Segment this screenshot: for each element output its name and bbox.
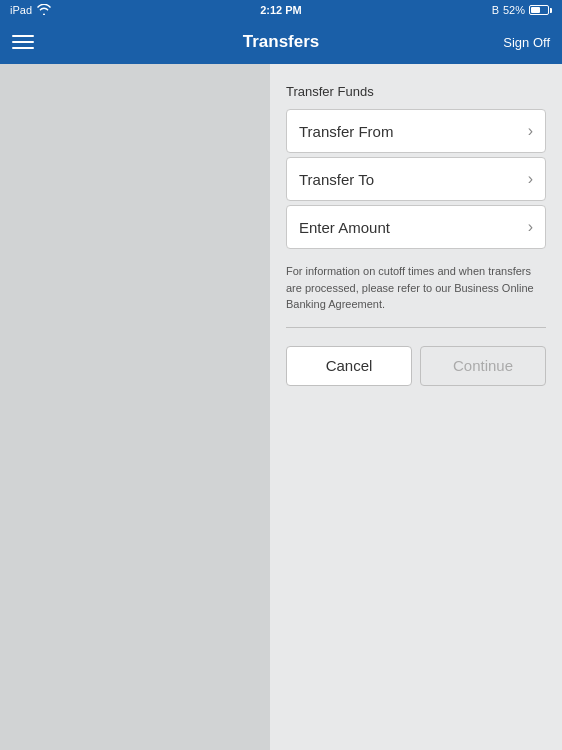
divider [286, 327, 546, 328]
info-text: For information on cutoff times and when… [286, 263, 546, 313]
right-panel: Transfer Funds Transfer From › Transfer … [270, 64, 562, 750]
sign-off-button[interactable]: Sign Off [503, 35, 550, 50]
enter-amount-chevron-icon: › [528, 218, 533, 236]
transfer-from-label: Transfer From [299, 123, 393, 140]
button-row: Cancel Continue [286, 346, 546, 386]
page-title: Transfers [243, 32, 320, 52]
wifi-icon [37, 4, 51, 17]
section-title: Transfer Funds [286, 84, 546, 99]
continue-button[interactable]: Continue [420, 346, 546, 386]
bluetooth-icon: B [492, 4, 499, 16]
transfer-from-chevron-icon: › [528, 122, 533, 140]
transfer-from-row[interactable]: Transfer From › [286, 109, 546, 153]
status-left: iPad [10, 4, 51, 17]
nav-bar: Transfers Sign Off [0, 20, 562, 64]
cancel-button[interactable]: Cancel [286, 346, 412, 386]
transfer-to-label: Transfer To [299, 171, 374, 188]
enter-amount-row[interactable]: Enter Amount › [286, 205, 546, 249]
main-layout: Transfer Funds Transfer From › Transfer … [0, 64, 562, 750]
enter-amount-label: Enter Amount [299, 219, 390, 236]
battery-pct-label: 52% [503, 4, 525, 16]
status-time: 2:12 PM [260, 4, 302, 16]
left-sidebar [0, 64, 270, 750]
carrier-label: iPad [10, 4, 32, 16]
transfer-to-row[interactable]: Transfer To › [286, 157, 546, 201]
transfer-to-chevron-icon: › [528, 170, 533, 188]
hamburger-menu-icon[interactable] [12, 35, 34, 49]
status-bar: iPad 2:12 PM B 52% [0, 0, 562, 20]
status-right: B 52% [492, 4, 552, 16]
battery-icon [529, 5, 552, 15]
